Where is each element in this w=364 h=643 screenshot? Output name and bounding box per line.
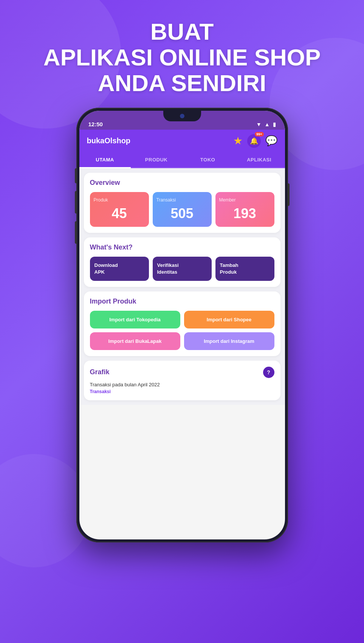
- bell-icon: 🔔: [250, 137, 258, 145]
- download-apk-button[interactable]: Download APK: [90, 257, 149, 281]
- phone-mockup: 12:50 ▼ ▲ ▮ bukaOlshop ★ 🔔 99+ 💬: [76, 108, 288, 542]
- grafik-header: Grafik ?: [90, 367, 274, 378]
- stat-produk-label: Produk: [94, 197, 145, 203]
- phone-notch: [163, 111, 201, 121]
- grafik-help-button[interactable]: ?: [263, 367, 274, 378]
- navigation-tabs: UTAMA PRODUK TOKO APLIKASI: [79, 152, 285, 168]
- whats-next-card: What's Next? Download APK Verifikasi Ide…: [84, 237, 280, 287]
- stat-produk: Produk 45: [90, 192, 149, 227]
- phone-frame: 12:50 ▼ ▲ ▮ bukaOlshop ★ 🔔 99+ 💬: [76, 108, 288, 542]
- hero-line2: APLIKASI ONLINE SHOP: [43, 44, 321, 70]
- status-time: 12:50: [88, 121, 103, 127]
- tab-produk[interactable]: PRODUK: [131, 152, 182, 167]
- phone-button-left-3: [75, 221, 76, 244]
- stat-transaksi-value: 505: [156, 206, 208, 222]
- import-instagram-button[interactable]: Import dari Instagram: [184, 332, 274, 350]
- front-camera: [180, 114, 184, 118]
- header-icons: ★ 🔔 99+ 💬: [233, 134, 277, 148]
- phone-button-left-1: [75, 168, 76, 183]
- grafik-subtitle: Transaksi pada bulan April 2022: [90, 382, 274, 387]
- hero-line3: ANDA SENDIRI: [98, 70, 266, 96]
- verifikasi-identitas-button[interactable]: Verifikasi Identitas: [153, 257, 212, 281]
- stat-member-value: 193: [219, 206, 271, 222]
- app-title: bukaOlshop: [87, 136, 131, 145]
- tab-aplikasi[interactable]: APLIKASI: [234, 152, 285, 167]
- signal-icon: ▲: [265, 121, 270, 127]
- import-tokopedia-button[interactable]: Import dari Tokopedia: [90, 311, 180, 328]
- hero-line1: BUAT: [150, 19, 214, 45]
- stat-member: Member 193: [215, 192, 274, 227]
- phone-button-left-2: [75, 191, 76, 214]
- wifi-icon: ▼: [256, 121, 262, 127]
- main-content: Overview Produk 45 Transaksi 505 Member: [79, 168, 285, 405]
- grafik-card: Grafik ? Transaksi pada bulan April 2022…: [84, 361, 280, 400]
- chat-icon[interactable]: 💬: [265, 135, 277, 147]
- notification-button[interactable]: 🔔 99+: [247, 134, 261, 148]
- import-produk-card: Import Produk Import dari Tokopedia Impo…: [84, 291, 280, 356]
- grafik-title: Grafik: [90, 368, 110, 376]
- hero-section: BUAT APLIKASI ONLINE SHOP ANDA SENDIRI: [43, 19, 321, 96]
- status-icons: ▼ ▲ ▮: [256, 121, 276, 127]
- import-shopee-button[interactable]: Import dari Shopee: [184, 311, 274, 328]
- import-bukalapak-button[interactable]: Import dari BukaLapak: [90, 332, 180, 350]
- tambah-produk-button[interactable]: Tambah Produk: [215, 257, 274, 281]
- tab-utama[interactable]: UTAMA: [79, 152, 131, 168]
- overview-title: Overview: [90, 179, 274, 187]
- grafik-link[interactable]: Transaksi: [90, 389, 274, 394]
- stat-transaksi: Transaksi 505: [153, 192, 212, 227]
- import-produk-title: Import Produk: [90, 297, 274, 305]
- import-grid: Import dari Tokopedia Import dari Shopee…: [90, 311, 274, 350]
- star-icon[interactable]: ★: [233, 135, 243, 147]
- whats-next-title: What's Next?: [90, 243, 274, 251]
- notification-badge: 99+: [255, 132, 263, 136]
- stats-row: Produk 45 Transaksi 505 Member 193: [90, 192, 274, 227]
- app-header: bukaOlshop ★ 🔔 99+ 💬: [79, 130, 285, 152]
- action-row: Download APK Verifikasi Identitas Tambah…: [90, 257, 274, 281]
- battery-icon: ▮: [273, 121, 276, 127]
- tab-toko[interactable]: TOKO: [182, 152, 234, 167]
- phone-button-right: [288, 183, 290, 206]
- phone-screen: 12:50 ▼ ▲ ▮ bukaOlshop ★ 🔔 99+ 💬: [79, 111, 285, 539]
- stat-member-label: Member: [219, 197, 271, 203]
- overview-card: Overview Produk 45 Transaksi 505 Member: [84, 173, 280, 233]
- stat-produk-value: 45: [94, 206, 145, 222]
- stat-transaksi-label: Transaksi: [156, 197, 208, 203]
